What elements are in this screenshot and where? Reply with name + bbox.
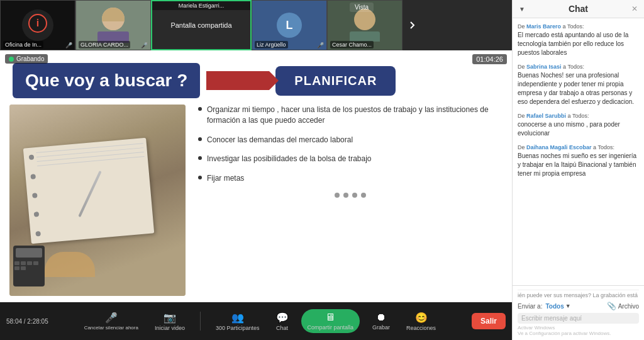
recording-badge: Grabando xyxy=(5,54,48,64)
slide-body: Organizar mi tiempo , hacer una lista de… xyxy=(0,105,512,302)
more-dot xyxy=(343,193,348,198)
chat-label: Chat xyxy=(276,325,288,331)
video-button[interactable]: 📷 Iniciar video xyxy=(151,309,189,334)
chat-send-to[interactable]: Enviar a: Todos ▼ xyxy=(518,303,571,310)
thumbnails-next-arrow[interactable] xyxy=(402,0,421,50)
reactions-icon: 😊 xyxy=(415,312,428,324)
mariela-screen-label: Pantalla compartida xyxy=(170,21,231,29)
liz-avatar: L xyxy=(277,13,302,38)
chat-sender: De Daihana Magali Escobar a Todos: xyxy=(518,144,639,150)
presentation-slide: Grabando 01:04:26 Que voy a buscar ? PLA… xyxy=(0,50,512,302)
record-icon: ⏺ xyxy=(376,312,386,323)
bullet-text: Fijar metas xyxy=(207,173,244,184)
thumbnail-gloria[interactable]: GLORIA CARDO... 🎤 xyxy=(75,0,151,50)
chat-message: De Rafael Sarubbi a Todos:conocerse a un… xyxy=(518,113,639,138)
video-label: Iniciar video xyxy=(155,325,185,331)
bullet-item: Organizar mi tiempo , hacer una lista de… xyxy=(198,105,502,126)
share-label: Compartir pantalla xyxy=(308,324,354,331)
thumb-label-oficina: Oficina de In... xyxy=(3,41,43,48)
chat-footer: ién puede ver sus mensajes? La grabación… xyxy=(513,285,644,340)
participants-icon: 👥 xyxy=(231,312,244,324)
chat-message-text: Buenas noches mi sueño es ser ingeniería… xyxy=(518,152,639,178)
recording-dot xyxy=(9,57,14,62)
bullet-dot xyxy=(198,176,202,179)
more-dot xyxy=(335,193,340,198)
video-icon: 📷 xyxy=(164,312,176,324)
bullet-text: Organizar mi tiempo , hacer una lista de… xyxy=(207,105,502,126)
chat-message-text: El mercado está apuntando al uso de la t… xyxy=(518,31,639,57)
send-to-dropdown-icon[interactable]: ▼ xyxy=(565,303,571,309)
main-content-area: Grabando 01:04:26 Que voy a buscar ? PLA… xyxy=(0,50,512,302)
bullet-item: Conocer las demandas del mercado laboral xyxy=(198,135,502,145)
more-dot xyxy=(352,193,357,198)
chat-button[interactable]: 💬 Chat xyxy=(272,309,292,334)
send-to-label: Enviar a: xyxy=(518,303,542,310)
chat-input-row[interactable]: Escribir mensaje aquí xyxy=(518,313,639,324)
slide-bullets-section: Organizar mi tiempo , hacer una lista de… xyxy=(195,105,512,296)
send-to-value: Todos xyxy=(545,303,564,310)
mute-button[interactable]: 🎤 Cancelar silenciar ahora xyxy=(80,309,142,333)
thumbnail-oficina[interactable]: i Oficina de In... 🎤 xyxy=(0,0,75,50)
toolbar-separator-1 xyxy=(200,312,201,331)
thumb-label-cesar: Cesar Chamo... xyxy=(330,41,374,48)
thumbnail-mariela[interactable]: Pantalla compartida Mariela Estigarri... xyxy=(151,0,252,50)
bullet-dot xyxy=(198,156,202,160)
chat-dropdown-icon[interactable]: ▼ xyxy=(519,6,525,13)
thumb-label-gloria: GLORIA CARDO... xyxy=(79,41,130,48)
chat-footer-notice: ién puede ver sus mensajes? La grabación… xyxy=(518,290,639,300)
toolbar-left: 58:04 / 2:28:05 xyxy=(6,318,48,325)
bullet-item: Fijar metas xyxy=(198,173,502,184)
thumb-label-liz: Liz Argüello xyxy=(255,41,288,48)
exit-button[interactable]: Salir xyxy=(472,313,506,329)
chat-message: De Sabrina Isasi a Todos:Buenas Noches! … xyxy=(518,64,639,106)
thumbnails-bar: i Oficina de In... 🎤 GLORIA CARDO... 🎤 P… xyxy=(0,0,512,50)
toolbar-center: 🎤 Cancelar silenciar ahora 📷 Iniciar vid… xyxy=(48,309,472,334)
slide-planificar-box: PLANIFICAR xyxy=(275,66,396,96)
chat-messages: De Maris Barero a Todos:El mercado está … xyxy=(513,18,644,285)
chat-send-bar: Enviar a: Todos ▼ 📎 Archivo xyxy=(518,302,639,310)
record-button[interactable]: ⏺ Grabar xyxy=(369,309,394,333)
participants-button[interactable]: 👥 300 Participantes xyxy=(212,309,264,334)
chat-header: ▼ Chat ✕ xyxy=(513,0,644,18)
chat-message: De Maris Barero a Todos:El mercado está … xyxy=(518,23,639,57)
slide-title-section: Que voy a buscar ? PLANIFICAR xyxy=(0,50,512,105)
share-screen-button[interactable]: 🖥 Compartir pantalla xyxy=(301,309,360,333)
chat-title: Chat xyxy=(569,4,588,14)
chat-message: De Daihana Magali Escobar a Todos:Buenas… xyxy=(518,144,639,178)
logo-icon: i xyxy=(22,9,53,41)
thumb-mic-icon-1: 🎤 xyxy=(65,42,72,48)
slide-arrow-graphic xyxy=(206,71,269,90)
windows-notice: Activar WindowsVe a Configuración para a… xyxy=(518,325,639,336)
chat-sender: De Rafael Sarubbi a Todos: xyxy=(518,113,639,119)
recording-text: Grabando xyxy=(16,55,44,62)
bullet-item: Investigar las posibilidades de la bolsa… xyxy=(198,154,502,164)
slide-desk-image xyxy=(9,105,186,296)
archive-label: Archivo xyxy=(618,303,639,310)
slide-main-title: Que voy a buscar ? xyxy=(13,63,200,98)
participants-label: 300 Participantes xyxy=(216,325,260,331)
reactions-button[interactable]: 😊 Reacciones xyxy=(402,309,440,334)
thumb-mic-icon-4: 🎤 xyxy=(317,42,324,48)
thumb-name-mariela: Mariela Estigarri... xyxy=(152,1,250,10)
share-screen-icon: 🖥 xyxy=(325,312,335,323)
timer-display: 01:04:26 xyxy=(472,54,507,64)
thumb-mic-icon-2: 🎤 xyxy=(141,42,148,48)
more-dot xyxy=(361,193,366,198)
time-display: 58:04 / 2:28:05 xyxy=(6,318,48,325)
bullet-text: Conocer las demandas del mercado laboral xyxy=(207,135,353,145)
chat-sender: De Maris Barero a Todos: xyxy=(518,23,639,30)
bullet-dot xyxy=(198,137,202,141)
chat-sender: De Sabrina Isasi a Todos: xyxy=(518,64,639,70)
thumbnail-liz[interactable]: L Liz Argüello 🎤 xyxy=(252,0,327,50)
vista-button[interactable]: Vista xyxy=(350,3,374,12)
record-label: Grabar xyxy=(372,324,390,331)
main-toolbar: 58:04 / 2:28:05 🎤 Cancelar silenciar aho… xyxy=(0,302,512,340)
mute-label: Cancelar silenciar ahora xyxy=(84,325,138,331)
svg-text:i: i xyxy=(36,18,39,28)
chat-icon: 💬 xyxy=(276,312,289,324)
reactions-label: Reacciones xyxy=(406,325,436,331)
chat-archive-btn[interactable]: 📎 Archivo xyxy=(607,302,639,310)
chat-message-text: conocerse a uno mismo , para poder evolu… xyxy=(518,120,639,138)
chat-close-icon[interactable]: ✕ xyxy=(631,4,638,13)
chat-panel: ▼ Chat ✕ De Maris Barero a Todos:El merc… xyxy=(512,0,644,340)
